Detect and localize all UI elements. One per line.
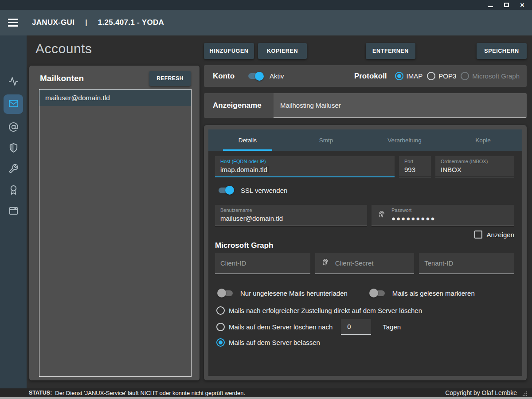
display-name-row: Anzeigename Mailhosting Mailuser xyxy=(204,93,527,118)
protocol-label: Protokoll xyxy=(354,72,387,81)
radio-icon xyxy=(395,72,403,80)
account-active-label: Aktiv xyxy=(270,72,284,80)
client-secret-field[interactable]: Client-Secret xyxy=(315,253,414,274)
protocol-option-msgraph: Microsoft Graph xyxy=(461,72,520,80)
username-field-value: mailuser@domain.tld xyxy=(220,215,362,222)
at-sign-icon xyxy=(8,122,19,134)
sidebar-item-security[interactable] xyxy=(0,139,27,158)
delete-after-days-option[interactable]: Mails auf dem Server löschen nach 0 Tage… xyxy=(216,318,522,335)
page-title: Accounts xyxy=(35,41,92,56)
sidebar-item-addresses[interactable] xyxy=(0,118,27,137)
status-message: Der Dienst 'JANUX-Service' läuft NICHT o… xyxy=(55,390,245,396)
display-name-input[interactable]: Mailhosting Mailuser xyxy=(274,93,527,118)
protocol-option-imap[interactable]: IMAP xyxy=(395,72,423,80)
radio-icon xyxy=(461,72,469,80)
checkbox-icon xyxy=(474,231,482,239)
mail-account-label: mailuser@domain.tld xyxy=(45,94,110,102)
tab-bar: Details Smtp Verarbeitung Kopie xyxy=(208,129,522,151)
app-title-separator: | xyxy=(85,19,87,27)
mail-accounts-title: Mailkonten xyxy=(40,74,84,83)
wrench-icon xyxy=(8,164,19,176)
app-title: JANUX-GUI xyxy=(32,18,74,27)
titlebar: ✕ xyxy=(0,0,532,10)
keep-on-server-option[interactable]: Mails auf dem Server belassen xyxy=(216,337,522,348)
sidebar-item-tools[interactable] xyxy=(0,160,27,179)
sidebar-item-application[interactable] xyxy=(0,202,27,221)
delete-immediately-option[interactable]: Mails nach erfolgreicher Zustellung dire… xyxy=(216,305,522,316)
radio-icon xyxy=(427,72,435,80)
mark-read-toggle[interactable] xyxy=(369,289,386,297)
tab-verarbeitung[interactable]: Verarbeitung xyxy=(365,129,444,151)
days-input[interactable]: 0 xyxy=(341,319,371,335)
account-active-toggle[interactable] xyxy=(247,72,264,81)
show-password-checkbox-row[interactable]: Anzeigen xyxy=(208,231,514,239)
fingerprint-icon xyxy=(321,258,330,269)
days-suffix-label: Tagen xyxy=(383,323,401,331)
window-bottom-edge xyxy=(0,397,532,399)
radio-icon xyxy=(216,323,225,331)
mark-read-label: Mails als gelesen markieren xyxy=(392,289,475,297)
username-field-label: Benutzername xyxy=(220,207,362,213)
tab-smtp[interactable]: Smtp xyxy=(287,129,365,151)
add-button[interactable]: HINZUFÜGEN xyxy=(204,43,254,59)
unread-only-toggle[interactable] xyxy=(217,289,234,297)
folder-field-value: INBOX xyxy=(441,166,509,173)
tab-kopie[interactable]: Kopie xyxy=(444,129,522,151)
username-field[interactable]: Benutzername mailuser@domain.tld xyxy=(215,205,367,226)
menu-icon[interactable] xyxy=(8,19,19,27)
save-button[interactable]: SPEICHERN xyxy=(477,43,527,59)
radio-icon xyxy=(216,338,225,347)
password-field-value: ●●●●●●●●● xyxy=(391,215,436,222)
password-field-label: Passwort xyxy=(391,207,436,213)
app-version: 1.25.407.1 - YODA xyxy=(98,18,164,27)
account-details-card: Details Smtp Verarbeitung Kopie Host (FQ… xyxy=(204,125,527,380)
show-password-label: Anzeigen xyxy=(486,231,514,239)
app-window-icon xyxy=(8,206,19,218)
account-state-row: Konto Aktiv Protokoll IMAP POP3 Microsof… xyxy=(204,65,527,87)
port-field-label: Port xyxy=(404,159,426,164)
account-label: Konto xyxy=(213,72,235,81)
unread-only-label: Nur ungelesene Mails herunterladen xyxy=(240,289,348,297)
refresh-button[interactable]: REFRESH xyxy=(149,71,191,86)
client-id-field[interactable]: Client-ID xyxy=(215,253,310,274)
host-field-label: Host (FQDN oder IP) xyxy=(220,159,389,164)
protocol-option-pop3[interactable]: POP3 xyxy=(427,72,456,80)
tenant-id-field[interactable]: Tenant-ID xyxy=(419,253,514,274)
maximize-button[interactable] xyxy=(503,1,510,8)
msgraph-heading: Microsoft Graph xyxy=(215,241,522,250)
copyright-text: Copyright by Olaf Lembke xyxy=(445,389,517,396)
ssl-toggle[interactable] xyxy=(217,186,234,195)
client-secret-placeholder: Client-Secret xyxy=(335,259,374,267)
text-caret xyxy=(268,166,269,173)
close-button[interactable]: ✕ xyxy=(519,1,526,8)
mail-accounts-list[interactable]: mailuser@domain.tld xyxy=(39,89,192,377)
tab-details[interactable]: Details xyxy=(208,129,287,151)
status-label: STATUS: xyxy=(29,390,52,396)
sidebar-item-certificates[interactable] xyxy=(0,181,27,200)
display-name-label: Anzeigename xyxy=(204,93,274,118)
host-field[interactable]: Host (FQDN oder IP) imap.domain.tld xyxy=(215,156,395,177)
radio-icon xyxy=(216,306,225,315)
mail-accounts-panel: Mailkonten REFRESH mailuser@domain.tld xyxy=(29,66,200,380)
resize-grip[interactable] xyxy=(521,390,528,396)
port-field[interactable]: Port 993 xyxy=(399,156,431,177)
shield-icon xyxy=(8,143,19,155)
list-item[interactable]: mailuser@domain.tld xyxy=(39,90,191,106)
port-field-value: 993 xyxy=(404,166,426,173)
host-field-value: imap.domain.tld xyxy=(220,166,267,173)
activity-icon xyxy=(8,76,19,88)
ssl-toggle-label: SSL verwenden xyxy=(241,187,287,194)
sidebar-item-activity[interactable] xyxy=(0,72,27,92)
remove-button[interactable]: ENTFERNEN xyxy=(366,43,415,59)
folder-field-label: Ordnername (INBOX) xyxy=(441,159,509,164)
fingerprint-icon xyxy=(377,210,387,221)
status-bar: STATUS: Der Dienst 'JANUX-Service' läuft… xyxy=(0,388,532,397)
main-content: Accounts HINZUFÜGEN KOPIEREN ENTFERNEN S… xyxy=(27,35,532,388)
sidebar-item-mail-accounts[interactable] xyxy=(4,94,23,114)
copy-button[interactable]: KOPIEREN xyxy=(258,43,307,59)
password-field[interactable]: Passwort ●●●●●●●●● xyxy=(372,205,514,226)
folder-field[interactable]: Ordnername (INBOX) INBOX xyxy=(435,156,514,177)
mail-icon xyxy=(8,98,19,110)
award-icon xyxy=(8,185,19,197)
minimize-button[interactable] xyxy=(487,1,494,8)
